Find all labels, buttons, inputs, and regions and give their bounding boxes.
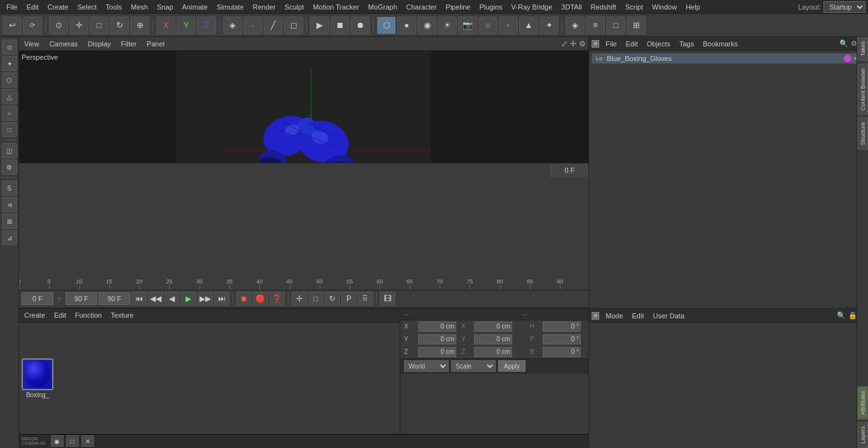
- status-btn-1[interactable]: ◉: [51, 435, 64, 447]
- undo-button[interactable]: ↩: [3, 17, 22, 34]
- status-btn-3[interactable]: ✕: [81, 435, 94, 447]
- coord-z-rot[interactable]: [474, 347, 512, 357]
- sidebar-btn-12[interactable]: ⊿: [2, 230, 17, 245]
- sidebar-btn-10[interactable]: ⊲: [2, 197, 17, 212]
- film-btn[interactable]: 🎞: [380, 292, 395, 306]
- menu-script[interactable]: Script: [621, 2, 647, 12]
- sidebar-btn-9[interactable]: S: [2, 180, 17, 196]
- transform-tool-button[interactable]: ⊕: [130, 17, 149, 34]
- sidebar-btn-2[interactable]: ✦: [2, 56, 17, 71]
- goto-end-button[interactable]: ⏭: [214, 292, 229, 306]
- menu-3dtall[interactable]: 3DTAll: [557, 2, 585, 12]
- menu-edit[interactable]: Edit: [23, 2, 43, 12]
- tab-takes[interactable]: Takes: [857, 37, 868, 61]
- mat-menu-texture[interactable]: Texture: [108, 310, 136, 320]
- vp-menu-panel[interactable]: Panel: [144, 39, 167, 49]
- coord-p-val[interactable]: [543, 334, 581, 344]
- sidebar-btn-11[interactable]: ⊞: [2, 214, 17, 229]
- coord-y-rot[interactable]: [474, 334, 512, 344]
- attr-lock-icon[interactable]: 🔒: [848, 311, 857, 320]
- object-mode-button[interactable]: ◈: [223, 17, 242, 34]
- y-axis-button[interactable]: Y: [177, 17, 196, 34]
- material-preview-item[interactable]: Boxing_: [22, 358, 53, 398]
- menu-motion-tracker[interactable]: Motion Tracker: [309, 2, 363, 12]
- dots-pb-button[interactable]: ⠿: [358, 292, 373, 306]
- rotate-tool-button[interactable]: ↻: [110, 17, 129, 34]
- menu-select[interactable]: Select: [74, 2, 101, 12]
- tab-structure[interactable]: Structure: [857, 118, 868, 150]
- obj-menu-tags[interactable]: Tags: [677, 39, 696, 49]
- cube-btn[interactable]: ⬡: [377, 17, 396, 34]
- scale-dropdown[interactable]: Scale: [451, 360, 496, 372]
- tab-content-browser[interactable]: Content Browser: [857, 64, 868, 115]
- mat-menu-create[interactable]: Create: [22, 310, 48, 320]
- play-button[interactable]: ▶: [181, 292, 196, 306]
- menu-create[interactable]: Create: [44, 2, 72, 12]
- select-tool-button[interactable]: ⊙: [49, 17, 68, 34]
- sidebar-btn-6[interactable]: □: [2, 122, 17, 137]
- lighting-btn[interactable]: ☀: [438, 17, 457, 34]
- spline-btn[interactable]: ✦: [539, 17, 559, 34]
- rotate-pb-button[interactable]: ↻: [325, 292, 340, 306]
- obj-menu-edit[interactable]: Edit: [623, 39, 641, 49]
- apply-button[interactable]: Apply: [498, 360, 526, 372]
- layout-select[interactable]: Startup: [824, 1, 865, 13]
- edge-mode-button[interactable]: ╱: [264, 17, 283, 34]
- render-button[interactable]: ⏺: [351, 17, 370, 34]
- attr-menu-mode[interactable]: Mode: [603, 311, 626, 321]
- menu-simulate[interactable]: Simulate: [213, 2, 248, 12]
- viewport-canvas[interactable]: Perspective: [19, 51, 588, 163]
- menu-pipeline[interactable]: Pipeline: [442, 2, 474, 12]
- menu-window[interactable]: Window: [648, 2, 681, 12]
- point-mode-button[interactable]: ·: [243, 17, 262, 34]
- obj-menu-bookmarks[interactable]: Bookmarks: [700, 39, 740, 49]
- viewport-3d[interactable]: View Cameras Display Filter Panel ⤢ ✛ ⚙ …: [19, 37, 588, 163]
- attr-menu-edit[interactable]: Edit: [630, 311, 647, 321]
- menu-redshift[interactable]: Redshift: [587, 2, 620, 12]
- sky-btn[interactable]: ⊞: [627, 17, 646, 34]
- coord-x-rot[interactable]: [474, 322, 512, 332]
- menu-mesh[interactable]: Mesh: [127, 2, 152, 12]
- vp-expand-icon[interactable]: ⤢: [561, 39, 567, 48]
- coord-y-pos[interactable]: [418, 334, 456, 344]
- object-row-boxing-gloves[interactable]: Lo Blue_Boxing_Gloves ● ●: [592, 53, 865, 64]
- vp-settings-icon[interactable]: ⚙: [579, 39, 586, 48]
- poly-mode-button[interactable]: ◻: [284, 17, 303, 34]
- next-step-button[interactable]: ▶▶: [198, 292, 213, 306]
- vp-menu-display[interactable]: Display: [85, 39, 113, 49]
- attr-search-icon[interactable]: 🔍: [837, 311, 846, 320]
- array-btn[interactable]: ◦: [499, 17, 518, 34]
- menu-mograph[interactable]: MoGraph: [364, 2, 401, 12]
- record-button[interactable]: ⏺: [236, 292, 252, 306]
- vp-menu-cameras[interactable]: Cameras: [47, 39, 81, 49]
- material-btn[interactable]: ◈: [566, 17, 585, 34]
- nurbs-btn[interactable]: ●: [397, 17, 416, 34]
- sidebar-btn-7[interactable]: ◫: [2, 143, 17, 158]
- key-button[interactable]: ❓: [269, 292, 285, 306]
- deformer-btn[interactable]: ◉: [417, 17, 437, 34]
- param-pb-button[interactable]: P: [341, 292, 356, 306]
- coord-b-val[interactable]: [543, 347, 581, 357]
- redo-button[interactable]: ⟳: [23, 17, 42, 34]
- move-tool-button[interactable]: ✛: [69, 17, 88, 34]
- scale-pb-button[interactable]: □: [308, 292, 323, 306]
- null-btn[interactable]: ○: [478, 17, 498, 34]
- attr-menu-userdata[interactable]: User Data: [651, 311, 688, 321]
- floor-btn[interactable]: □: [606, 17, 625, 34]
- goto-start-button[interactable]: ⏮: [132, 292, 147, 306]
- render-window-button[interactable]: ⏹: [330, 17, 349, 34]
- sidebar-btn-3[interactable]: ⬡: [2, 72, 17, 88]
- auto-key-button[interactable]: 🔴: [253, 292, 268, 306]
- move-pb-button[interactable]: ✛: [292, 292, 307, 306]
- obj-menu-file[interactable]: File: [603, 39, 620, 49]
- prev-frame-button[interactable]: ◀◀: [148, 292, 163, 306]
- render-view-button[interactable]: ▶: [310, 17, 329, 34]
- menu-render[interactable]: Render: [249, 2, 280, 12]
- coord-h-val[interactable]: [543, 322, 581, 332]
- prev-step-button[interactable]: ◀: [165, 292, 180, 306]
- start-frame-input[interactable]: [22, 292, 53, 305]
- vp-menu-filter[interactable]: Filter: [118, 39, 139, 49]
- objects-search-icon[interactable]: 🔍: [839, 39, 848, 48]
- menu-plugins[interactable]: Plugins: [475, 2, 506, 12]
- x-axis-button[interactable]: X: [156, 17, 175, 34]
